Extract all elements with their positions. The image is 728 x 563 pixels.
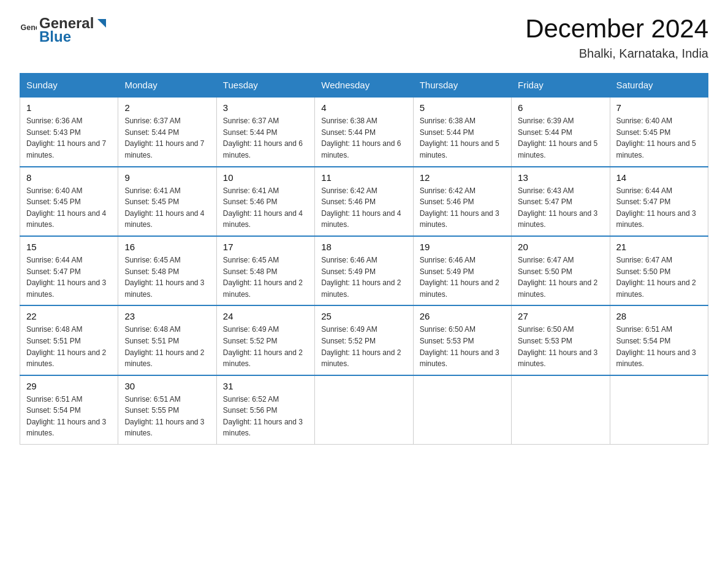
day-number: 21 (616, 242, 702, 252)
calendar-day-cell: 9Sunrise: 6:41 AMSunset: 5:45 PMDaylight… (118, 167, 216, 236)
calendar-table: SundayMondayTuesdayWednesdayThursdayFrid… (20, 73, 708, 445)
day-detail: Sunrise: 6:52 AMSunset: 5:56 PMDaylight:… (223, 394, 308, 439)
day-number: 6 (518, 102, 603, 113)
day-number: 17 (223, 242, 308, 252)
day-number: 23 (124, 311, 210, 321)
day-detail: Sunrise: 6:44 AMSunset: 5:47 PMDaylight:… (26, 255, 112, 300)
day-header-wednesday: Wednesday (315, 74, 413, 98)
svg-marker-1 (97, 19, 106, 28)
calendar-day-cell: 7Sunrise: 6:40 AMSunset: 5:45 PMDaylight… (610, 97, 708, 166)
calendar-day-cell: 2Sunrise: 6:37 AMSunset: 5:44 PMDaylight… (118, 97, 216, 166)
calendar-day-cell: 27Sunrise: 6:50 AMSunset: 5:53 PMDayligh… (512, 305, 610, 375)
day-number: 18 (321, 242, 406, 252)
day-detail: Sunrise: 6:37 AMSunset: 5:44 PMDaylight:… (223, 115, 308, 161)
day-number: 28 (616, 311, 702, 321)
calendar-day-cell: 15Sunrise: 6:44 AMSunset: 5:47 PMDayligh… (20, 236, 118, 305)
day-detail: Sunrise: 6:41 AMSunset: 5:45 PMDaylight:… (124, 185, 210, 231)
day-header-friday: Friday (512, 74, 610, 98)
calendar-week-row: 29Sunrise: 6:51 AMSunset: 5:54 PMDayligh… (20, 375, 708, 445)
title-block: December 2024 Bhalki, Karnataka, India (525, 15, 708, 61)
day-number: 24 (223, 311, 308, 321)
day-detail: Sunrise: 6:47 AMSunset: 5:50 PMDaylight:… (616, 255, 702, 300)
calendar-day-cell: 10Sunrise: 6:41 AMSunset: 5:46 PMDayligh… (216, 167, 314, 236)
day-number: 14 (616, 172, 702, 183)
day-detail: Sunrise: 6:40 AMSunset: 5:45 PMDaylight:… (26, 185, 112, 231)
day-detail: Sunrise: 6:41 AMSunset: 5:46 PMDaylight:… (223, 185, 308, 231)
calendar-day-cell: 26Sunrise: 6:50 AMSunset: 5:53 PMDayligh… (413, 305, 511, 375)
day-number: 7 (616, 102, 702, 113)
calendar-day-cell: 25Sunrise: 6:49 AMSunset: 5:52 PMDayligh… (315, 305, 413, 375)
day-number: 11 (321, 172, 406, 183)
day-detail: Sunrise: 6:51 AMSunset: 5:54 PMDaylight:… (26, 394, 112, 439)
day-detail: Sunrise: 6:37 AMSunset: 5:44 PMDaylight:… (124, 115, 210, 161)
day-detail: Sunrise: 6:45 AMSunset: 5:48 PMDaylight:… (124, 255, 210, 300)
day-detail: Sunrise: 6:46 AMSunset: 5:49 PMDaylight:… (420, 255, 505, 300)
day-detail: Sunrise: 6:49 AMSunset: 5:52 PMDaylight:… (223, 324, 308, 369)
calendar-day-cell: 30Sunrise: 6:51 AMSunset: 5:55 PMDayligh… (118, 375, 216, 445)
day-number: 25 (321, 311, 406, 321)
logo: General General Blue (20, 15, 108, 45)
day-header-saturday: Saturday (610, 74, 708, 98)
day-number: 10 (223, 172, 308, 183)
day-detail: Sunrise: 6:42 AMSunset: 5:46 PMDaylight:… (321, 185, 406, 231)
day-number: 2 (124, 102, 210, 113)
day-detail: Sunrise: 6:47 AMSunset: 5:50 PMDaylight:… (518, 255, 603, 300)
day-number: 26 (420, 311, 505, 321)
calendar-week-row: 15Sunrise: 6:44 AMSunset: 5:47 PMDayligh… (20, 236, 708, 305)
day-detail: Sunrise: 6:49 AMSunset: 5:52 PMDaylight:… (321, 324, 406, 369)
day-number: 5 (420, 102, 505, 113)
calendar-day-cell (610, 375, 708, 445)
day-detail: Sunrise: 6:45 AMSunset: 5:48 PMDaylight:… (223, 255, 308, 300)
day-number: 19 (420, 242, 505, 252)
page-header: General General Blue December 2024 Bhalk… (20, 15, 708, 61)
day-header-sunday: Sunday (20, 74, 118, 98)
day-detail: Sunrise: 6:51 AMSunset: 5:55 PMDaylight:… (124, 394, 210, 439)
calendar-day-cell: 11Sunrise: 6:42 AMSunset: 5:46 PMDayligh… (315, 167, 413, 236)
calendar-day-cell: 16Sunrise: 6:45 AMSunset: 5:48 PMDayligh… (118, 236, 216, 305)
day-header-thursday: Thursday (413, 74, 511, 98)
calendar-day-cell: 6Sunrise: 6:39 AMSunset: 5:44 PMDaylight… (512, 97, 610, 166)
calendar-day-cell: 5Sunrise: 6:38 AMSunset: 5:44 PMDaylight… (413, 97, 511, 166)
day-detail: Sunrise: 6:50 AMSunset: 5:53 PMDaylight:… (518, 324, 603, 369)
day-number: 15 (26, 242, 112, 252)
calendar-day-cell: 4Sunrise: 6:38 AMSunset: 5:44 PMDaylight… (315, 97, 413, 166)
logo-triangle-icon (95, 17, 108, 30)
calendar-day-cell: 20Sunrise: 6:47 AMSunset: 5:50 PMDayligh… (512, 236, 610, 305)
day-number: 31 (223, 381, 308, 391)
day-detail: Sunrise: 6:42 AMSunset: 5:46 PMDaylight:… (420, 185, 505, 231)
calendar-day-cell (315, 375, 413, 445)
day-header-tuesday: Tuesday (216, 74, 314, 98)
day-detail: Sunrise: 6:38 AMSunset: 5:44 PMDaylight:… (321, 115, 406, 161)
calendar-day-cell (413, 375, 511, 445)
day-number: 29 (26, 381, 112, 391)
day-number: 27 (518, 311, 603, 321)
day-detail: Sunrise: 6:48 AMSunset: 5:51 PMDaylight:… (124, 324, 210, 369)
day-detail: Sunrise: 6:44 AMSunset: 5:47 PMDaylight:… (616, 185, 702, 231)
day-number: 1 (26, 102, 112, 113)
calendar-day-cell: 23Sunrise: 6:48 AMSunset: 5:51 PMDayligh… (118, 305, 216, 375)
day-detail: Sunrise: 6:46 AMSunset: 5:49 PMDaylight:… (321, 255, 406, 300)
day-header-monday: Monday (118, 74, 216, 98)
location-title: Bhalki, Karnataka, India (525, 47, 708, 61)
day-number: 9 (124, 172, 210, 183)
svg-text:General: General (21, 23, 37, 32)
calendar-day-cell: 3Sunrise: 6:37 AMSunset: 5:44 PMDaylight… (216, 97, 314, 166)
calendar-day-cell: 8Sunrise: 6:40 AMSunset: 5:45 PMDaylight… (20, 167, 118, 236)
calendar-day-cell: 19Sunrise: 6:46 AMSunset: 5:49 PMDayligh… (413, 236, 511, 305)
day-number: 22 (26, 311, 112, 321)
calendar-day-cell: 24Sunrise: 6:49 AMSunset: 5:52 PMDayligh… (216, 305, 314, 375)
day-number: 30 (124, 381, 210, 391)
calendar-day-cell: 17Sunrise: 6:45 AMSunset: 5:48 PMDayligh… (216, 236, 314, 305)
day-detail: Sunrise: 6:36 AMSunset: 5:43 PMDaylight:… (26, 115, 112, 161)
calendar-header-row: SundayMondayTuesdayWednesdayThursdayFrid… (20, 74, 708, 98)
month-title: December 2024 (525, 15, 708, 43)
day-number: 3 (223, 102, 308, 113)
calendar-day-cell: 18Sunrise: 6:46 AMSunset: 5:49 PMDayligh… (315, 236, 413, 305)
day-detail: Sunrise: 6:51 AMSunset: 5:54 PMDaylight:… (616, 324, 702, 369)
calendar-day-cell: 28Sunrise: 6:51 AMSunset: 5:54 PMDayligh… (610, 305, 708, 375)
calendar-week-row: 1Sunrise: 6:36 AMSunset: 5:43 PMDaylight… (20, 97, 708, 166)
calendar-day-cell: 13Sunrise: 6:43 AMSunset: 5:47 PMDayligh… (512, 167, 610, 236)
day-number: 8 (26, 172, 112, 183)
calendar-day-cell: 1Sunrise: 6:36 AMSunset: 5:43 PMDaylight… (20, 97, 118, 166)
day-detail: Sunrise: 6:40 AMSunset: 5:45 PMDaylight:… (616, 115, 702, 161)
